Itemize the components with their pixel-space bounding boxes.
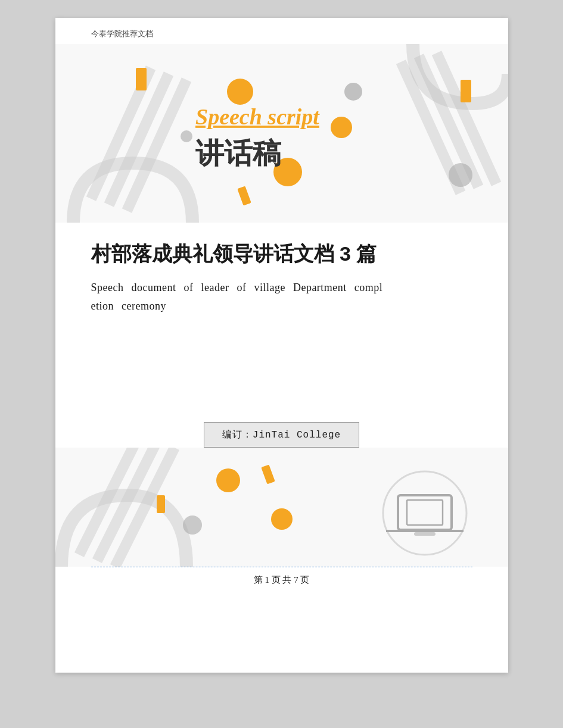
- editor-label: 编订：JinTai College: [222, 430, 341, 440]
- editor-badge: 编订：JinTai College: [204, 422, 359, 448]
- top-label: 今泰学院推荐文档: [55, 18, 508, 44]
- subtitle-line1: Speech document of leader of village Dep…: [91, 282, 383, 293]
- header-label-text: 今泰学院推荐文档: [91, 29, 153, 38]
- cover-svg-bottom: [55, 448, 508, 567]
- cover-svg-top: Speech script 讲话稿: [55, 44, 508, 223]
- svg-point-13: [344, 83, 362, 101]
- svg-point-14: [449, 163, 472, 187]
- main-title: 村部落成典礼领导讲话文档 3 篇: [91, 240, 472, 267]
- editor-section: 编订：JinTai College: [55, 422, 508, 448]
- svg-rect-8: [461, 80, 471, 102]
- page-info-text: 第 1 页 共 7 页: [254, 575, 310, 585]
- subtitle-english: Speech document of leader of village Dep…: [91, 279, 472, 315]
- cover-image-top: Speech script 讲话稿: [55, 44, 508, 223]
- svg-rect-22: [157, 495, 165, 513]
- svg-point-11: [331, 117, 352, 138]
- svg-text:讲话稿: 讲话稿: [195, 138, 282, 169]
- spacer: [55, 327, 508, 422]
- svg-point-26: [183, 515, 202, 535]
- svg-rect-31: [414, 532, 436, 536]
- svg-rect-7: [136, 68, 147, 90]
- content-area: 村部落成典礼领导讲话文档 3 篇 Speech document of lead…: [55, 223, 508, 327]
- document-page: 今泰学院推荐文档: [55, 18, 508, 673]
- cover-image-bottom: [55, 448, 508, 567]
- subtitle-line2: etion ceremony: [91, 300, 166, 312]
- svg-point-25: [271, 508, 293, 530]
- svg-text:Speech script: Speech script: [195, 104, 320, 129]
- svg-point-24: [216, 468, 240, 492]
- page-footer: 第 1 页 共 7 页: [55, 567, 508, 593]
- svg-point-15: [181, 130, 192, 142]
- svg-point-10: [227, 79, 253, 105]
